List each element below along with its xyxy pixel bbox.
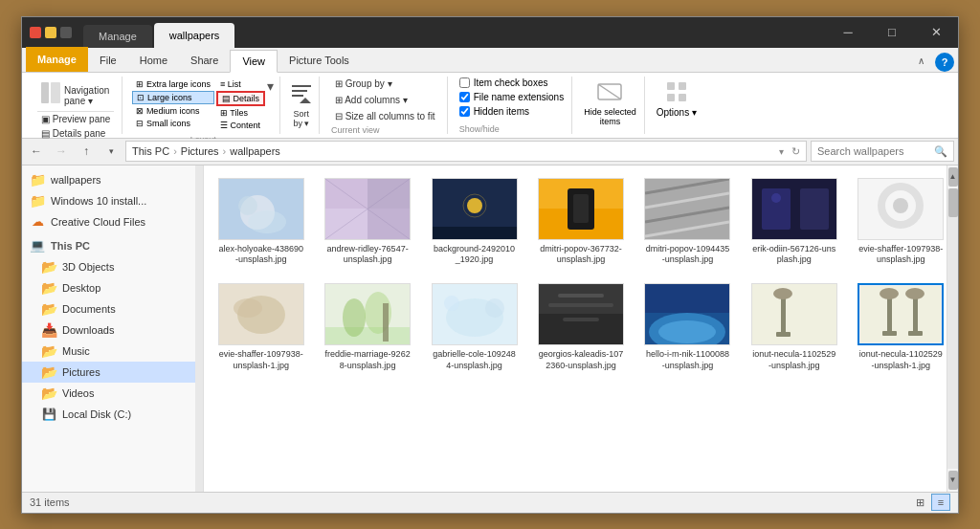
svg-line-7: [598, 84, 621, 99]
thumbnail-view-btn[interactable]: ⊞: [910, 494, 929, 511]
scrollbar-up-btn[interactable]: ▲: [948, 167, 958, 187]
search-icon[interactable]: 🔍: [934, 145, 947, 158]
file-name-ionut-necula-1102529-1: ionut-necula-1102529-unsplash-1.jpg: [858, 349, 944, 371]
minimize-button[interactable]: ─: [826, 17, 870, 48]
file-name-extensions-checkbox[interactable]: [459, 92, 470, 102]
add-columns-btn[interactable]: ⊞ Add columns ▾: [331, 93, 412, 107]
breadcrumb-pictures[interactable]: Pictures: [181, 145, 219, 157]
layout-dropdown-btn[interactable]: ▾: [267, 78, 274, 94]
item-count: 31 items: [30, 496, 70, 508]
file-item-hello-i-m-nik[interactable]: hello-i-m-nik-1100088-unsplash.jpg: [638, 278, 737, 376]
svg-rect-1: [51, 82, 60, 103]
forward-button[interactable]: →: [51, 141, 72, 162]
search-input[interactable]: [817, 145, 930, 157]
ribbon-tab-share[interactable]: Share: [179, 49, 230, 72]
svg-rect-30: [573, 194, 589, 223]
dot-yellow: [45, 27, 56, 38]
explorer-window: Manage wallpapers ─ □ ✕ Manage File Home…: [21, 16, 959, 514]
ribbon-tab-home[interactable]: Home: [128, 49, 179, 72]
file-item-andrew-ridley[interactable]: andrew-ridley-76547-unsplash.jpg: [318, 173, 416, 271]
sidebar-item-documents[interactable]: 📂 Documents: [22, 298, 203, 320]
hide-selected-btn[interactable]: Hide selecteditems: [584, 77, 636, 126]
address-bar[interactable]: This PC › Pictures › wallpapers ▾ ↻: [125, 141, 807, 162]
sidebar-item-thispc[interactable]: 💻 This PC: [22, 232, 203, 256]
sidebar-scrollbar[interactable]: [195, 165, 203, 492]
file-item-gabrielle-cole[interactable]: gabrielle-cole-1092484-unsplash.jpg: [425, 278, 523, 376]
details-btn[interactable]: ▤ Details: [216, 91, 265, 106]
medium-icons-btn[interactable]: ⊠ Medium icons: [132, 105, 214, 117]
file-thumb-alex-holyoake: [218, 178, 304, 240]
ribbon-section-sort[interactable]: Sortby ▾: [284, 77, 320, 134]
sidebar: 📁 wallpapers 📁 Windows 10 install... ☁ C…: [22, 165, 204, 492]
ribbon-tabs: Manage File Home Share View Picture Tool…: [22, 48, 958, 73]
sidebar-item-music[interactable]: 📂 Music: [22, 341, 203, 362]
address-bar-refresh[interactable]: ↻: [791, 145, 800, 158]
tab-manage[interactable]: Manage: [83, 25, 152, 48]
item-check-boxes-checkbox[interactable]: [459, 77, 470, 88]
recent-locations-button[interactable]: ▾: [100, 141, 122, 162]
sidebar-item-creative-cloud[interactable]: ☁ Creative Cloud Files: [22, 211, 203, 232]
file-item-dmitri-popov-10[interactable]: dmitri-popov-1094435-unsplash.jpg: [638, 173, 737, 271]
file-name-erik-odiin: erik-odiin-567126-unsplash.jpg: [751, 244, 837, 266]
file-thumb-gabrielle-cole: [432, 283, 518, 345]
size-columns-btn[interactable]: ⊟ Size all columns to fit: [331, 109, 439, 123]
file-thumb-hello-i-m-nik: [644, 283, 730, 345]
up-button[interactable]: ↑: [76, 141, 97, 162]
ribbon-tab-picture-tools[interactable]: Picture Tools: [278, 49, 361, 72]
sidebar-item-videos[interactable]: 📂 Videos: [22, 383, 203, 404]
maximize-button[interactable]: □: [870, 17, 914, 48]
tiles-btn[interactable]: ⊞ Tiles: [216, 107, 265, 119]
sidebar-item-downloads[interactable]: 📥 Downloads: [22, 320, 203, 341]
sidebar-item-desktop[interactable]: 📂 Desktop: [22, 277, 203, 298]
content-btn[interactable]: ☰ Content: [216, 120, 265, 131]
file-item-background[interactable]: background-2492010_1920.jpg: [425, 173, 523, 271]
svg-point-42: [893, 198, 908, 213]
sidebar-item-wallpapers[interactable]: 📁 wallpapers: [22, 169, 203, 190]
file-item-evie-shaffer-1097[interactable]: evie-shaffer-1097938-unsplash.jpg: [852, 173, 950, 271]
scrollbar-thumb[interactable]: [948, 188, 958, 217]
desktop-folder-icon: 📂: [41, 280, 56, 296]
ribbon-section-options: Options ▾: [649, 77, 704, 134]
svg-point-45: [234, 298, 262, 318]
group-by-btn[interactable]: ⊞ Group by ▾: [331, 77, 396, 91]
file-item-georgios-kaleadis[interactable]: georgios-kaleadis-1072360-unsplash.jpg: [531, 278, 630, 376]
sidebar-item-pictures[interactable]: 📂 Pictures: [22, 362, 203, 383]
small-icons-btn[interactable]: ⊟ Small icons: [132, 118, 214, 129]
details-view-btn[interactable]: ≡: [931, 494, 950, 511]
sidebar-item-windows10[interactable]: 📁 Windows 10 install...: [22, 190, 203, 211]
address-bar-dropdown[interactable]: ▾: [779, 146, 784, 157]
back-button[interactable]: ←: [26, 141, 47, 162]
options-btn[interactable]: Options ▾: [657, 77, 697, 118]
sidebar-item-3d-objects[interactable]: 📂 3D Objects: [22, 256, 203, 277]
videos-folder-icon: 📂: [41, 386, 56, 401]
breadcrumb-wallpapers[interactable]: wallpapers: [230, 145, 280, 157]
ribbon-tab-view[interactable]: View: [230, 50, 278, 73]
file-item-alex-holyoake[interactable]: alex-holyoake-438690-unsplash.jpg: [212, 173, 310, 271]
music-folder-icon: 📂: [41, 343, 56, 359]
file-thumb-dmitri-popov-36: [538, 178, 624, 240]
breadcrumb-thispc[interactable]: This PC: [132, 145, 169, 157]
file-item-ionut-necula-1102529[interactable]: ionut-necula-1102529-unsplash.jpg: [745, 278, 843, 376]
file-item-freddie-marriage[interactable]: freddie-marriage-92628-unsplash.jpg: [318, 278, 416, 376]
ribbon-collapse-btn[interactable]: ∧: [910, 51, 931, 72]
sidebar-item-local-disk[interactable]: 💾 Local Disk (C:): [22, 404, 203, 425]
large-icons-btn[interactable]: ⊡ Large icons: [132, 91, 214, 104]
ribbon-nav-pane-btn[interactable]: Navigationpane ▾: [37, 80, 114, 111]
scrollbar-down-btn[interactable]: ▼: [948, 471, 958, 490]
file-item-erik-odiin[interactable]: erik-odiin-567126-unsplash.jpg: [745, 173, 843, 271]
ribbon-tab-manage[interactable]: Manage: [26, 47, 88, 72]
ribbon-tab-file[interactable]: File: [88, 49, 128, 72]
file-area-scrollbar[interactable]: ▲ ▼: [947, 165, 958, 492]
extra-large-icons-btn[interactable]: ⊞ Extra large icons: [132, 78, 214, 90]
help-button[interactable]: ?: [935, 53, 954, 72]
file-item-evie-shaffer-1097-1[interactable]: evie-shaffer-1097938-unsplash-1.jpg: [212, 278, 310, 376]
search-bar[interactable]: 🔍: [811, 141, 954, 162]
file-item-dmitri-popov-36[interactable]: dmitri-popov-367732-unsplash.jpg: [531, 173, 630, 271]
list-btn[interactable]: ≡ List: [216, 78, 265, 90]
file-item-ionut-necula-1102529-1[interactable]: ionut-necula-1102529-unsplash-1.jpg: [852, 278, 950, 376]
tab-wallpapers[interactable]: wallpapers: [154, 23, 235, 48]
hidden-items-checkbox[interactable]: [459, 106, 470, 117]
preview-pane-btn[interactable]: ▣ Preview pane: [37, 112, 114, 126]
scrollbar-track[interactable]: [947, 188, 958, 469]
close-button[interactable]: ✕: [914, 17, 958, 48]
